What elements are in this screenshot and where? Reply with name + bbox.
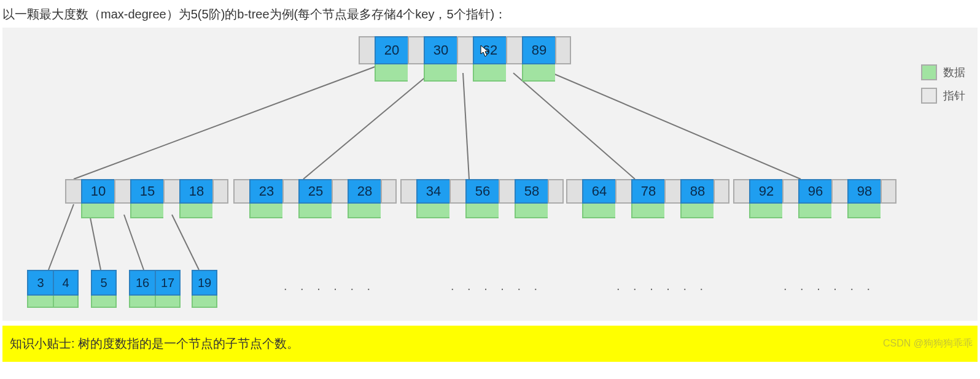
key-cell: 18: [179, 179, 212, 204]
pointer-cell: [881, 179, 896, 204]
key-cell: 89: [522, 36, 555, 64]
legend-swatch-data: [921, 64, 937, 80]
l2-node-1: 23 25 28: [233, 179, 397, 218]
data-cell: [81, 204, 114, 218]
l2-node-4: 92 96 98: [733, 179, 896, 218]
svg-line-2: [463, 73, 469, 179]
pointer-cell: [714, 179, 729, 204]
pointer-cell: [381, 179, 397, 204]
key-cell: 28: [348, 179, 381, 204]
svg-line-1: [303, 73, 430, 179]
svg-line-0: [74, 64, 381, 179]
key-cell: 56: [465, 179, 499, 204]
ellipsis: . . . . . .: [284, 279, 375, 293]
pointer-cell: [733, 179, 749, 204]
key-cell: 19: [192, 270, 217, 296]
key-cell: 3: [27, 270, 53, 296]
leaf-node-0: 3 4: [27, 270, 79, 308]
legend: 数据 指针: [921, 64, 965, 111]
pointer-cell: [408, 36, 424, 64]
data-cell: [631, 204, 664, 218]
data-cell: [192, 296, 217, 308]
pointer-cell: [163, 179, 179, 204]
key-cell: 16: [129, 270, 155, 296]
data-cell: [522, 64, 555, 82]
key-cell: 30: [424, 36, 457, 64]
leaf-node-2: 16 17: [129, 270, 181, 308]
pointer-cell: [615, 179, 631, 204]
key-cell: 92: [749, 179, 782, 204]
pointer-cell: [65, 179, 81, 204]
key-cell: 23: [249, 179, 282, 204]
pointer-cell: [332, 179, 348, 204]
data-cell: [298, 204, 332, 218]
pointer-cell: [555, 36, 571, 64]
key-cell: 20: [375, 36, 408, 64]
pointer-cell: [449, 179, 465, 204]
ellipsis: . . . . . .: [616, 279, 708, 293]
key-cell: 62: [473, 36, 506, 64]
pointer-cell: [506, 36, 522, 64]
key-cell: 5: [91, 270, 117, 296]
pointer-cell: [548, 179, 564, 204]
key-cell: 78: [631, 179, 664, 204]
leaf-node-1: 5: [91, 270, 117, 308]
key-cell: 17: [155, 270, 181, 296]
pointer-cell: [359, 36, 375, 64]
pointer-cell: [782, 179, 798, 204]
leaf-node-3: 19: [192, 270, 217, 308]
key-cell: 58: [515, 179, 548, 204]
data-cell: [53, 296, 79, 308]
key-cell: 4: [53, 270, 79, 296]
pointer-cell: [566, 179, 582, 204]
legend-label-data: 数据: [943, 65, 965, 80]
data-cell: [375, 64, 408, 82]
l2-node-0: 10 15 18: [65, 179, 228, 218]
data-cell: [424, 64, 457, 82]
data-cell: [91, 296, 117, 308]
data-cell: [473, 64, 506, 82]
pointer-cell: [400, 179, 416, 204]
pointer-cell: [831, 179, 847, 204]
pointer-cell: [114, 179, 130, 204]
intro-text: 以一颗最大度数（max-degree）为5(5阶)的b-tree为例(每个节点最…: [0, 0, 980, 28]
data-cell: [179, 204, 212, 218]
pointer-cell: [664, 179, 680, 204]
key-cell: 34: [416, 179, 449, 204]
svg-line-8: [172, 215, 199, 270]
data-cell: [416, 204, 449, 218]
btree-diagram: 数据 指针 20 30 62 89: [2, 28, 978, 321]
data-cell: [515, 204, 548, 218]
data-cell: [847, 204, 881, 218]
data-cell: [465, 204, 499, 218]
key-cell: 64: [582, 179, 615, 204]
svg-line-4: [532, 64, 801, 179]
data-cell: [155, 296, 181, 308]
data-cell: [348, 204, 381, 218]
data-cell: [27, 296, 53, 308]
data-cell: [249, 204, 282, 218]
pointer-cell: [457, 36, 473, 64]
tip-box: 知识小贴士: 树的度数指的是一个节点的子节点个数。: [2, 326, 978, 362]
data-cell: [680, 204, 714, 218]
svg-line-7: [124, 215, 144, 270]
key-cell: 25: [298, 179, 332, 204]
pointer-cell: [282, 179, 298, 204]
key-cell: 10: [81, 179, 114, 204]
legend-swatch-pointer: [921, 88, 937, 104]
l2-node-3: 64 78 88: [566, 179, 729, 218]
ellipsis: . . . . . .: [451, 279, 542, 293]
data-cell: [129, 296, 155, 308]
svg-line-3: [513, 73, 635, 179]
key-cell: 15: [130, 179, 163, 204]
data-cell: [582, 204, 615, 218]
data-cell: [798, 204, 831, 218]
pointer-cell: [233, 179, 249, 204]
l2-node-2: 34 56 58: [400, 179, 564, 218]
pointer-cell: [212, 179, 228, 204]
data-cell: [749, 204, 782, 218]
key-cell: 96: [798, 179, 831, 204]
ellipsis: . . . . . .: [784, 279, 875, 293]
key-cell: 88: [680, 179, 714, 204]
data-cell: [130, 204, 163, 218]
